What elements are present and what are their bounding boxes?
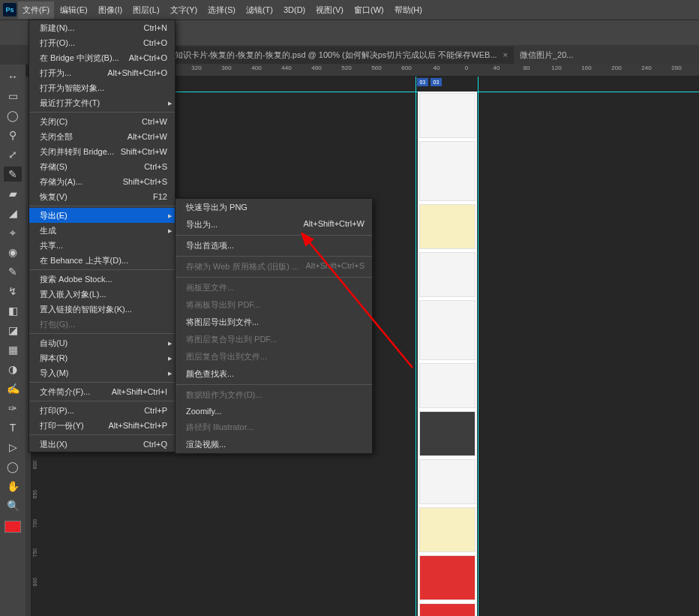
preview-block	[419, 300, 476, 360]
menu-help[interactable]: 帮助(H)	[390, 2, 427, 19]
submenu-item: 存储为 Web 所用格式 (旧版) ...Alt+Shift+Ctrl+S	[176, 258, 372, 275]
menu-item[interactable]: 置入嵌入对象(L)...	[29, 287, 175, 302]
preview-block	[419, 93, 476, 138]
menu-item[interactable]: 导入(M)	[29, 365, 175, 380]
tool-panel: ↔▭◯⚲⤢✎▰◢⌖◉✎↯◧◪▦◑✍✑T▷◯✋🔍	[0, 65, 26, 616]
menu-item[interactable]: 在 Bridge 中浏览(B)...Alt+Ctrl+O	[29, 50, 175, 65]
menu-item[interactable]: 存储(S)Ctrl+S	[29, 159, 175, 174]
submenu-item[interactable]: 渲染视频...	[176, 436, 372, 453]
color-swatch[interactable]	[4, 521, 21, 533]
tool-button[interactable]: ◯	[4, 459, 22, 474]
tool-button[interactable]: ◧	[4, 303, 22, 318]
menu-item[interactable]: 打印(P)...Ctrl+P	[29, 403, 175, 418]
tool-button[interactable]: ⤢	[4, 147, 22, 162]
menu-item[interactable]: 打开为...Alt+Shift+Ctrl+O	[29, 65, 175, 80]
submenu-item[interactable]: 导出为...Alt+Shift+Ctrl+W	[176, 216, 372, 233]
menu-item[interactable]: 最近打开文件(T)	[29, 95, 175, 110]
menu-item[interactable]: 打印一份(Y)Alt+Shift+Ctrl+P	[29, 418, 175, 433]
menu-item[interactable]: 打包(G)...	[29, 317, 175, 332]
menu-bar: Ps 文件(F) 编辑(E) 图像(I) 图层(L) 文字(Y) 选择(S) 滤…	[0, 0, 699, 20]
preview-block	[419, 204, 476, 249]
menu-item[interactable]: 文件简介(F)...Alt+Shift+Ctrl+I	[29, 384, 175, 399]
submenu-item: 路径到 Illustrator...	[176, 419, 372, 436]
tool-button[interactable]: ✍	[4, 381, 22, 396]
preview-block	[419, 411, 476, 456]
menu-3d[interactable]: 3D(D)	[279, 2, 310, 17]
tool-button[interactable]: 🔍	[4, 498, 22, 513]
menu-item[interactable]: 新建(N)...Ctrl+N	[29, 20, 175, 35]
preview-block	[419, 507, 476, 552]
tool-button[interactable]: ◉	[4, 245, 22, 260]
export-submenu: 快速导出为 PNG导出为...Alt+Shift+Ctrl+W导出首选项...存…	[175, 198, 373, 454]
menu-item[interactable]: 打开(O)...Ctrl+O	[29, 35, 175, 50]
menu-item[interactable]: 在 Behance 上共享(D)...	[29, 253, 175, 268]
tool-button[interactable]: ⚲	[4, 128, 22, 143]
menu-item[interactable]: 自动(U)	[29, 335, 175, 350]
menu-item[interactable]: 搜索 Adobe Stock...	[29, 272, 175, 287]
menu-item[interactable]: 关闭(C)Ctrl+W	[29, 114, 175, 129]
tool-button[interactable]: ◑	[4, 362, 22, 377]
tool-button[interactable]: ⌖	[4, 225, 22, 240]
menu-select[interactable]: 选择(S)	[203, 2, 240, 19]
preview-block	[419, 603, 476, 616]
menu-edit[interactable]: 编辑(E)	[56, 2, 92, 19]
tool-button[interactable]: ✎	[4, 264, 22, 279]
guide-line[interactable]	[416, 77, 416, 616]
menu-filter[interactable]: 滤镜(T)	[242, 2, 278, 19]
submenu-item[interactable]: 颜色查找表...	[176, 365, 372, 383]
menu-item[interactable]: 共享...	[29, 238, 175, 253]
document-preview	[418, 92, 477, 616]
tool-button[interactable]: ▷	[4, 440, 22, 455]
submenu-item: 将图层复合导出到 PDF...	[176, 331, 372, 348]
menu-type[interactable]: 文字(Y)	[166, 2, 202, 19]
doc-tab-2[interactable]: 知识卡片-恢复的-恢复的-恢复的.psd @ 100% (如何解决ps切片完成以…	[169, 47, 514, 64]
tool-button[interactable]: ◢	[4, 206, 22, 221]
doc-tab-3[interactable]: 微信图片_20...	[514, 47, 580, 64]
menu-item[interactable]: 退出(X)Ctrl+Q	[29, 437, 175, 452]
menu-item[interactable]: 置入链接的智能对象(K)...	[29, 302, 175, 317]
submenu-item: 图层复合导出到文件...	[176, 348, 372, 365]
tool-button[interactable]: T	[4, 420, 22, 435]
tool-button[interactable]: ◪	[4, 323, 22, 338]
menu-item[interactable]: 关闭并转到 Bridge...Shift+Ctrl+W	[29, 144, 175, 159]
menu-item[interactable]: 恢复(V)F12	[29, 189, 175, 204]
tool-button[interactable]: ↯	[4, 284, 22, 299]
menu-item[interactable]: 打开为智能对象...	[29, 80, 175, 95]
submenu-item[interactable]: Zoomify...	[176, 404, 372, 419]
menu-item[interactable]: 导出(E)	[29, 208, 175, 223]
tool-button[interactable]: ▰	[4, 186, 22, 201]
close-icon[interactable]: ×	[503, 50, 508, 59]
menu-file[interactable]: 文件(F)	[18, 2, 54, 19]
tool-button[interactable]: ✎	[4, 167, 22, 182]
menu-item[interactable]: 关闭全部Alt+Ctrl+W	[29, 129, 175, 144]
menu-item[interactable]: 存储为(A)...Shift+Ctrl+S	[29, 174, 175, 189]
menu-view[interactable]: 视图(V)	[311, 2, 348, 19]
tool-button[interactable]: ▦	[4, 342, 22, 357]
submenu-item[interactable]: 导出首选项...	[176, 237, 372, 254]
preview-block	[419, 141, 476, 201]
tool-button[interactable]: ✑	[4, 401, 22, 416]
submenu-item[interactable]: 将图层导出到文件...	[176, 314, 372, 331]
menu-window[interactable]: 窗口(W)	[350, 2, 388, 19]
menu-image[interactable]: 图像(I)	[94, 2, 127, 19]
slice-badge[interactable]: 03	[430, 78, 442, 86]
tool-button[interactable]: ↔	[4, 69, 22, 84]
preview-block	[419, 555, 476, 600]
preview-block	[419, 363, 476, 408]
submenu-item[interactable]: 快速导出为 PNG	[176, 199, 372, 216]
menu-item[interactable]: 生成	[29, 223, 175, 238]
guide-line[interactable]	[478, 77, 478, 616]
submenu-item: 数据组作为文件(D)...	[176, 386, 372, 404]
preview-block	[419, 252, 476, 297]
app-logo: Ps	[3, 3, 16, 17]
ruler-v-marks: 600650700750800	[34, 464, 40, 586]
preview-block	[419, 459, 476, 504]
file-dropdown: 新建(N)...Ctrl+N打开(O)...Ctrl+O在 Bridge 中浏览…	[28, 20, 176, 452]
tool-button[interactable]: ◯	[4, 108, 22, 123]
tool-button[interactable]: ▭	[4, 89, 22, 104]
slice-badge[interactable]: 03	[417, 78, 428, 86]
tool-button[interactable]: ✋	[4, 479, 22, 494]
menu-layer[interactable]: 图层(L)	[128, 2, 164, 19]
submenu-item: 画板至文件...	[176, 279, 372, 296]
menu-item[interactable]: 脚本(R)	[29, 350, 175, 365]
